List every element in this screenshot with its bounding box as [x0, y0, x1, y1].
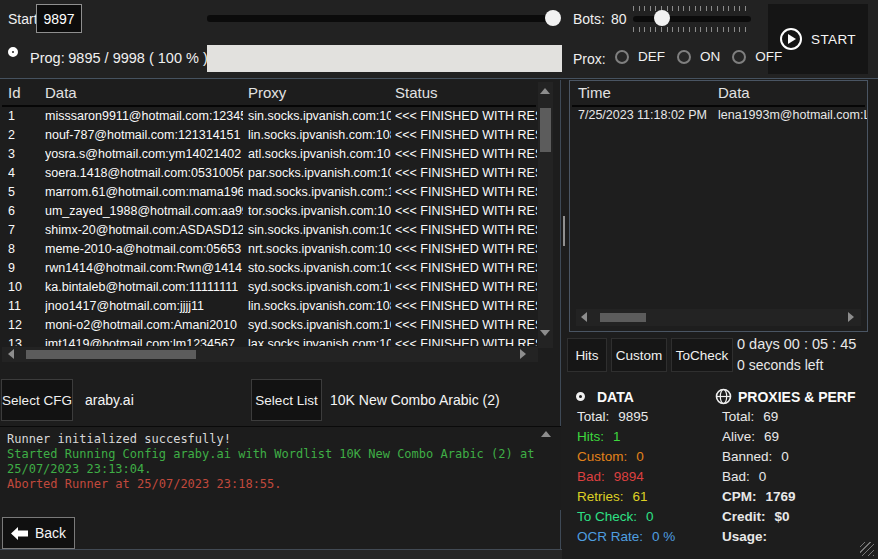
scroll-left-icon[interactable]	[581, 312, 587, 322]
stat-hits: Hits:1	[577, 429, 675, 449]
panel-splitter[interactable]	[563, 216, 565, 246]
table-row[interactable]: 3yosra.s@hotmail.com:ym14021402atl.socks…	[0, 145, 538, 164]
results-horizontal-scrollbar[interactable]	[2, 347, 538, 362]
top-bar: Start: Bots: 80 START Prog: 9895 / 9998 …	[0, 0, 878, 79]
stat-total: Total:9895	[577, 409, 675, 429]
data-panel-title: DATA	[597, 389, 634, 405]
prox-label: Prox:	[573, 51, 606, 67]
row-data: nouf-787@hotmail.com:121314151	[45, 128, 243, 142]
table-row[interactable]: 7/25/2023 11:18:02 PMlena1993m@hotmail.c…	[570, 108, 867, 127]
log-scroll-up-icon[interactable]	[541, 431, 551, 437]
table-row[interactable]: 10ka.bintaleb@hotmail.com:11111111syd.so…	[0, 278, 538, 297]
scroll-down-icon[interactable]	[540, 330, 550, 336]
table-row[interactable]: 9rwn1414@hotmail.com:Rwn@1414sto.socks.i…	[0, 259, 538, 278]
row-data: misssaron9911@hotmail.com:12345	[45, 109, 243, 123]
stat-value: 0 %	[652, 529, 675, 544]
prog-value: 9895 / 9998 ( 100 % )	[68, 50, 207, 66]
scroll-up-icon[interactable]	[540, 88, 550, 94]
col-header-status[interactable]: Status	[395, 84, 438, 101]
row-proxy: sto.socks.ipvanish.com:108	[248, 261, 391, 275]
hits-horizontal-scrollbar[interactable]	[576, 309, 861, 326]
back-button-label: Back	[35, 525, 66, 541]
stat-value: $0	[775, 509, 790, 524]
back-button[interactable]: Back	[2, 517, 75, 549]
row-proxy: syd.socks.ipvanish.com:10	[248, 280, 391, 294]
select-cfg-label: Select CFG	[2, 393, 72, 408]
row-id: 9	[8, 261, 40, 275]
stat-bad: Bad:0	[722, 469, 796, 489]
table-row[interactable]: 11jnoo1417@hotmail.com:jjjj11lin.socks.i…	[0, 297, 538, 316]
horizontal-scroll-thumb[interactable]	[26, 350, 196, 359]
scroll-left-icon[interactable]	[8, 349, 14, 359]
resize-grip[interactable]	[860, 542, 874, 556]
prox-off-radio[interactable]	[732, 50, 746, 64]
table-row[interactable]: 6um_zayed_1988@hotmail.com:aa99tor.socks…	[0, 202, 538, 221]
table-row[interactable]: 12moni-o2@hotmail.com:Amani2010syd.socks…	[0, 316, 538, 335]
table-row[interactable]: 1misssaron9911@hotmail.com:12345sin.sock…	[0, 107, 538, 126]
stat-value: 9894	[614, 469, 644, 484]
row-status: <<< FINISHED WITH RES	[395, 223, 537, 237]
stat-value: 0	[646, 509, 654, 524]
bots-slider-ticks-bottom	[633, 27, 751, 32]
start-slider[interactable]	[207, 15, 556, 22]
stat-label: Alive:	[722, 429, 755, 444]
row-status: <<< FINISHED WITH RES	[395, 166, 537, 180]
row-data: um_zayed_1988@hotmail.com:aa99	[45, 204, 243, 218]
start-input[interactable]	[36, 4, 82, 33]
table-row[interactable]: 5marrom.61@hotmail.com:mama196mad.socks.…	[0, 183, 538, 202]
row-proxy: lin.socks.ipvanish.com:108	[248, 299, 391, 313]
scroll-right-icon[interactable]	[520, 349, 526, 359]
select-list-button[interactable]: Select List	[251, 379, 322, 421]
bots-slider-thumb[interactable]	[654, 10, 670, 26]
row-id: 10	[8, 280, 40, 294]
select-cfg-button[interactable]: Select CFG	[1, 379, 73, 421]
tab-custom[interactable]: Custom	[611, 338, 667, 372]
col-header-hits-data[interactable]: Data	[718, 84, 750, 101]
runner-log[interactable]: Runner initialized succesfully!Started R…	[0, 426, 561, 510]
tab-tocheck[interactable]: ToCheck	[671, 338, 733, 372]
stat-label: Custom:	[577, 449, 627, 464]
bots-slider-ticks-top	[633, 6, 751, 11]
table-row[interactable]: 4soera.1418@hotmail.com:05310056par.sock…	[0, 164, 538, 183]
prox-on-label: ON	[700, 49, 720, 64]
bots-slider[interactable]	[633, 16, 751, 22]
table-row[interactable]: 8meme-2010-a@hotmail.com:05653nrt.socks.…	[0, 240, 538, 259]
row-status: <<< FINISHED WITH RES	[395, 147, 537, 161]
start-button-label: START	[811, 32, 856, 47]
proxies-panel-title: PROXIES & PERF	[738, 389, 855, 405]
row-id: 12	[8, 318, 40, 332]
row-status: <<< FINISHED WITH RES	[395, 280, 537, 294]
table-row[interactable]: 2nouf-787@hotmail.com:121314151lin.socks…	[0, 126, 538, 145]
row-status: <<< FINISHED WITH RES	[395, 242, 537, 256]
play-icon	[780, 28, 802, 50]
prox-def-radio[interactable]	[615, 50, 629, 64]
row-proxy: par.socks.ipvanish.com:108	[248, 166, 391, 180]
row-proxy: nrt.socks.ipvanish.com:108	[248, 242, 391, 256]
stat-value: 0	[636, 449, 644, 464]
stat-credit: Credit:$0	[722, 509, 796, 529]
row-data: rwn1414@hotmail.com:Rwn@1414	[45, 261, 243, 275]
results-vertical-scrollbar[interactable]	[538, 82, 553, 348]
stat-value: 69	[764, 429, 779, 444]
start-slider-thumb[interactable]	[545, 10, 561, 26]
row-id: 2	[8, 128, 40, 142]
table-row[interactable]: 13imt1419@hotmail.com:lm1234567lax.socks…	[0, 335, 538, 346]
tab-hits[interactable]: Hits	[567, 338, 607, 372]
prox-on-radio[interactable]	[677, 50, 691, 64]
col-header-time[interactable]: Time	[578, 84, 611, 101]
col-header-id[interactable]: Id	[8, 84, 21, 101]
stat-label: Credit:	[722, 509, 766, 524]
row-id: 6	[8, 204, 40, 218]
table-row[interactable]: 7shimx-20@hotmail.com:ASDASD123sin.socks…	[0, 221, 538, 240]
data-panel-icon ring-icon	[576, 392, 585, 401]
stat-label: Hits:	[577, 429, 604, 444]
scroll-right-icon[interactable]	[848, 312, 854, 322]
horizontal-scroll-thumb[interactable]	[600, 313, 646, 322]
prox-off-label: OFF	[755, 49, 782, 64]
bots-label: Bots:	[573, 11, 605, 27]
col-header-proxy[interactable]: Proxy	[248, 84, 286, 101]
stat-retries: Retries:61	[577, 489, 675, 509]
vertical-scroll-thumb[interactable]	[540, 108, 551, 152]
col-header-data[interactable]: Data	[45, 84, 77, 101]
remaining-time: 0 seconds left	[737, 357, 823, 373]
